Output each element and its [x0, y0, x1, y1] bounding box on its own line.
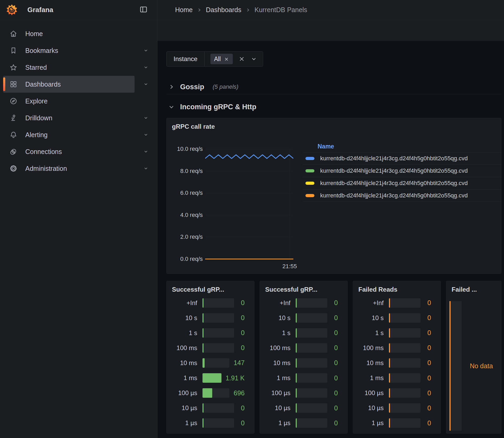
- bar-row: 10 µs0: [357, 403, 431, 413]
- section-gossip[interactable]: Gossip (5 panels): [166, 80, 501, 94]
- sidebar-item-home[interactable]: Home: [3, 25, 135, 42]
- bar-fill: [296, 373, 297, 383]
- instance-filter-value: All: [205, 52, 263, 66]
- bottom-panel-row: Successful gRP...+Inf010 s01 s0100 ms010…: [166, 281, 501, 434]
- sidebar-item-bookmarks[interactable]: Bookmarks: [3, 42, 135, 59]
- bar-row: 1 µs0: [171, 418, 245, 428]
- breadcrumb-item-home[interactable]: Home: [175, 6, 193, 14]
- bar-fill: [296, 328, 297, 338]
- bar-row: 1 µs0: [357, 418, 431, 428]
- sidebar-item-explore[interactable]: Explore: [3, 93, 135, 110]
- bar-row: 100 µs0: [357, 388, 431, 398]
- bar-track: [296, 313, 327, 323]
- bar-fill: [202, 403, 204, 413]
- expand-connections-button[interactable]: [135, 143, 157, 160]
- sidebar-item-dashboards[interactable]: Dashboards: [3, 76, 135, 93]
- bell-icon: [9, 131, 17, 139]
- bucket-label: 1 ms: [264, 374, 290, 382]
- bucket-label: 10 µs: [171, 404, 197, 412]
- bar-fill: [389, 313, 390, 323]
- caret-down-icon[interactable]: [251, 56, 257, 62]
- expand-explore-button: [135, 93, 157, 110]
- bucket-label: 1 s: [264, 329, 290, 337]
- section-title: Gossip: [180, 83, 204, 91]
- bar-track: [389, 388, 421, 398]
- panel-title[interactable]: Failed ...: [446, 285, 501, 293]
- vertical-bar-gauge-track: [449, 301, 462, 431]
- instance-variable-picker[interactable]: Instance All: [166, 51, 263, 67]
- bucket-value: 0: [238, 299, 245, 307]
- section-incoming-grpc-http[interactable]: Incoming gRPC & Http: [166, 99, 501, 114]
- panel-title[interactable]: Successful gRP...: [260, 285, 347, 293]
- plug-icon: [9, 148, 17, 156]
- sidebar-item-administration[interactable]: Administration: [3, 160, 135, 177]
- legend-row[interactable]: kurrentdb-d24f4hljjcle21j4r3cg.d24f4h5g0…: [303, 165, 501, 177]
- bucket-label: 1 µs: [357, 419, 384, 427]
- bar-row: 10 µs0: [264, 403, 338, 413]
- y-axis-tick: 2.0 req/s: [167, 233, 203, 241]
- bar-track: [389, 343, 421, 353]
- expand-drilldown-button[interactable]: [135, 110, 157, 126]
- chevron-down-icon: [143, 132, 149, 137]
- panel-title[interactable]: Successful gRP...: [167, 285, 254, 293]
- chevron-right-icon: [168, 83, 175, 90]
- bar-track: [296, 388, 327, 398]
- main-area: HomeDashboardsKurrentDB Panels Instance …: [157, 0, 504, 438]
- bookmark-icon: [9, 47, 17, 54]
- bucket-value: 0: [238, 419, 245, 427]
- collapse-sidebar-button[interactable]: [138, 4, 149, 16]
- grpc-call-rate-panel: gRPC call rate 10.0 req/s8.0 req/s6.0 re…: [166, 118, 501, 274]
- sidebar-item-drilldown[interactable]: Drilldown: [3, 110, 135, 126]
- clear-all-icon[interactable]: [239, 56, 245, 62]
- bar-row: 1 ms0: [264, 373, 338, 383]
- bar-fill: [389, 343, 390, 353]
- bar-row: 100 ms0: [264, 343, 338, 353]
- bar-track: [296, 328, 327, 338]
- bar-track: [296, 403, 327, 413]
- bar-fill: [202, 418, 204, 428]
- y-axis-tick: 4.0 req/s: [167, 211, 203, 219]
- legend-row[interactable]: kurrentdb-d24f4hljjcle21j4r3cg.d24f4h5g0…: [303, 177, 501, 189]
- panel-title[interactable]: Failed Reads: [353, 285, 441, 293]
- sidebar-item-alerting[interactable]: Alerting: [3, 126, 135, 143]
- y-axis-tick: 8.0 req/s: [167, 167, 203, 175]
- bar-row: 1 s0: [357, 328, 431, 338]
- sidebar-item-starred[interactable]: Starred: [3, 59, 135, 76]
- legend-name-header[interactable]: Name: [303, 141, 501, 152]
- bucket-label: +Inf: [171, 299, 197, 307]
- bar-track: [202, 388, 229, 398]
- sidebar-item-label: Connections: [25, 148, 62, 156]
- grafana-logo: [6, 4, 18, 16]
- bar-fill: [202, 313, 204, 323]
- selected-value-pill[interactable]: All: [210, 54, 233, 64]
- legend-row[interactable]: kurrentdb-d24f4hljjcle21j4r3cg.d24f4h5g0…: [303, 189, 501, 202]
- expand-administration-button[interactable]: [135, 160, 157, 177]
- no-data-message: No data: [462, 301, 501, 431]
- expand-dashboards-button[interactable]: [135, 76, 157, 93]
- bar-fill: [389, 298, 390, 308]
- bucket-label: 1 ms: [357, 374, 384, 382]
- bar-fill: [296, 298, 297, 308]
- bucket-label: 100 ms: [264, 344, 290, 352]
- bar-row: 10 ms147: [171, 358, 245, 368]
- chart-legend: Name kurrentdb-d24f4hljjcle21j4r3cg.d24f…: [303, 141, 501, 202]
- remove-value-icon[interactable]: [224, 56, 229, 62]
- bucket-value: 696: [234, 389, 245, 397]
- breadcrumb-item-dashboards[interactable]: Dashboards: [206, 6, 241, 14]
- bar-row: +Inf0: [171, 298, 245, 308]
- expand-home-button: [135, 25, 157, 42]
- expand-alerting-button[interactable]: [135, 126, 157, 143]
- bucket-value: 1.91 K: [226, 374, 245, 382]
- home-icon: [9, 30, 17, 38]
- expand-starred-button[interactable]: [135, 59, 157, 76]
- bar-track: [389, 373, 421, 383]
- bar-row: 10 s0: [264, 313, 338, 323]
- bar-fill: [389, 388, 390, 398]
- bar-track: [202, 403, 234, 413]
- expand-bookmarks-button[interactable]: [135, 42, 157, 59]
- section-divider: [166, 94, 501, 94]
- sidebar-item-connections[interactable]: Connections: [3, 143, 135, 160]
- x-axis-tick: 21:55: [272, 263, 307, 270]
- bar-track: [296, 358, 327, 368]
- legend-row[interactable]: kurrentdb-d24f4hljjcle21j4r3cg.d24f4h5g0…: [303, 152, 501, 165]
